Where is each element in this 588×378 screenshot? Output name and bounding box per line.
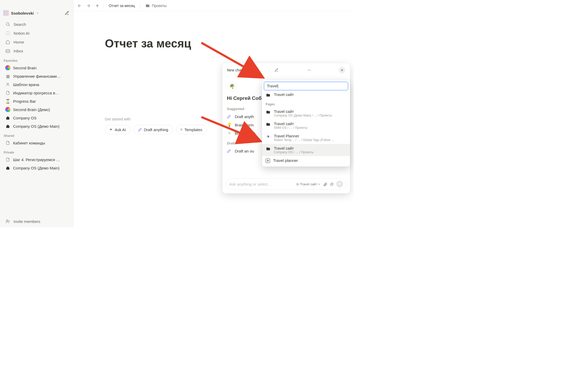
grid-icon: ⌗: [180, 127, 182, 132]
hourglass-icon: ⌛: [5, 99, 10, 104]
sidebar: Ssobolevski Search Notion AI Home Inbox …: [0, 0, 74, 227]
ai-logo: 🌴: [227, 81, 237, 91]
svg-point-0: [6, 23, 9, 26]
nav-back-button[interactable]: [76, 2, 83, 10]
sidebar-page-company-os[interactable]: Company OS: [2, 114, 72, 122]
home-solid-icon: [5, 115, 10, 120]
gallery-icon: ▦: [5, 74, 10, 79]
folder-icon: [266, 146, 271, 151]
bulb-icon: 💡: [227, 123, 232, 127]
svg-line-1: [9, 25, 9, 26]
topbar: Отчет за месяц Проекты: [74, 0, 354, 11]
page-icon: [5, 140, 10, 145]
sidebar-page-step4[interactable]: Шаг 4. Регистрируемся …: [2, 156, 72, 163]
page-icon: [5, 157, 10, 162]
ai-input-placeholder: Ask anything or select…: [229, 182, 272, 186]
ai-input[interactable]: Ask anything or select… In Travel сайт @: [226, 178, 346, 190]
popup-search-input[interactable]: Travel: [264, 82, 348, 90]
chip-draft[interactable]: Draft anything: [134, 125, 173, 134]
send-button[interactable]: [336, 181, 343, 187]
sidebar-page-second-brain-demo[interactable]: Second Brain (Демо): [2, 106, 72, 113]
sidebar-page-second-brain[interactable]: Second Brain: [2, 64, 72, 72]
user-plus-icon: [5, 219, 10, 224]
sidebar-inbox[interactable]: Inbox: [2, 47, 72, 55]
rainbow-icon: [5, 107, 10, 112]
tab-divider: [103, 3, 104, 9]
svg-point-12: [310, 70, 311, 71]
workspace-name: Ssobolevski: [11, 11, 34, 15]
tab-projects[interactable]: Проекты: [142, 3, 170, 9]
home-icon: [5, 39, 10, 45]
sidebar-nav-label: Notion AI: [14, 31, 29, 35]
chevron-down-icon[interactable]: [244, 69, 247, 72]
popup-option-top[interactable]: Travel сайт: [262, 90, 350, 100]
workspace-switcher[interactable]: Ssobolevski: [0, 8, 73, 18]
svg-point-3: [7, 220, 8, 221]
sidebar-page-company-os-demo[interactable]: Company OS (Демо Main): [2, 122, 72, 130]
nav-forward-button[interactable]: [85, 2, 92, 10]
tab-divider: [140, 3, 140, 9]
sidebar-search-label: Search: [14, 22, 26, 27]
popup-section-pages: Pages: [262, 100, 350, 107]
sidebar-nav-label: Home: [14, 40, 24, 44]
popup-result-0[interactable]: Travel сайтCompany OS (Демо Main) / … / …: [262, 107, 350, 119]
user-icon: [5, 82, 10, 87]
page-title[interactable]: Отчет за месяц: [105, 37, 191, 50]
sidebar-search[interactable]: Search: [2, 20, 72, 28]
rainbow-icon: [5, 65, 10, 70]
workspace-avatar: [3, 10, 9, 16]
ai-header-title[interactable]: New chat: [227, 68, 242, 72]
home-solid-icon: [5, 124, 10, 129]
sidebar-page-company-os-demo-priv[interactable]: Company OS (Демо Main): [2, 164, 72, 172]
get-started-chips: ✦Ask AI Draft anything ⌗Templates: [105, 125, 207, 134]
pencil-icon: [227, 115, 232, 119]
chevron-down-icon: [36, 11, 39, 15]
close-icon[interactable]: [339, 67, 345, 74]
ai-panel-header: New chat: [227, 67, 345, 74]
edit-chat-icon[interactable]: [273, 67, 280, 74]
new-page-button-icon[interactable]: [64, 10, 70, 16]
mention-icon[interactable]: @: [330, 182, 334, 186]
get-started-label: Get started with: [105, 117, 130, 121]
sparkle-icon: [5, 31, 10, 36]
tab-label: Отчет за месяц: [109, 4, 135, 8]
folder-icon: [266, 122, 271, 127]
chip-templates[interactable]: ⌗Templates: [176, 125, 207, 134]
sidebar-notion-ai[interactable]: Notion AI: [2, 29, 72, 37]
popup-result-4[interactable]: N Travel planner: [262, 156, 350, 165]
sidebar-home[interactable]: Home: [2, 38, 72, 46]
grid-icon: ⌗: [227, 131, 232, 136]
popup-search-value: Travel: [267, 84, 278, 88]
plane-icon: ✈︎: [266, 134, 271, 139]
sidebar-page-finance[interactable]: ▦Управление финансами…: [2, 72, 72, 80]
sidebar-page-doctor-template[interactable]: Шаблон врача: [2, 81, 72, 88]
sidebar-page-team-cabinet[interactable]: Кабинет команды: [2, 139, 72, 147]
sidebar-page-progress-indicator[interactable]: Индикатор прогресса в…: [2, 89, 72, 97]
invite-members[interactable]: Invite members: [2, 217, 72, 225]
page-icon: [5, 90, 10, 95]
new-tab-button[interactable]: [93, 2, 101, 10]
mention-search-popup: Travel Travel сайт Pages Travel сайтComp…: [262, 80, 350, 167]
sidebar-page-progress-bar[interactable]: ⌛Progress Bar: [2, 97, 72, 105]
section-favorites: Favorites: [0, 55, 73, 64]
tab-label: Проекты: [152, 4, 166, 8]
inbox-icon: [5, 48, 10, 53]
chip-ask-ai[interactable]: ✦Ask AI: [105, 125, 130, 134]
popup-result-3[interactable]: Travel сайтCompany OS / … / Проекты: [262, 144, 350, 156]
editor-main: Отчет за месяц Get started with ✦Ask AI …: [74, 11, 354, 227]
popup-result-1[interactable]: Travel сайтSMM OS / … / Проекты: [262, 119, 350, 132]
attachment-icon[interactable]: [323, 182, 327, 186]
popup-result-2[interactable]: ✈︎ Travel PlannerNotion Temp… / … / Glob…: [262, 132, 350, 144]
tab-current[interactable]: Отчет за месяц: [106, 3, 138, 9]
ai-context[interactable]: In Travel сайт: [296, 182, 321, 186]
pencil-icon: [138, 128, 142, 132]
notion-icon: N: [266, 158, 270, 163]
svg-point-11: [309, 70, 310, 71]
folder-icon: [146, 4, 150, 8]
sparkle-icon: ✦: [109, 127, 113, 132]
home-solid-icon: [5, 165, 10, 170]
svg-point-2: [7, 83, 8, 84]
svg-point-10: [308, 70, 308, 71]
pencil-icon: [227, 149, 232, 153]
more-icon[interactable]: [306, 67, 313, 74]
